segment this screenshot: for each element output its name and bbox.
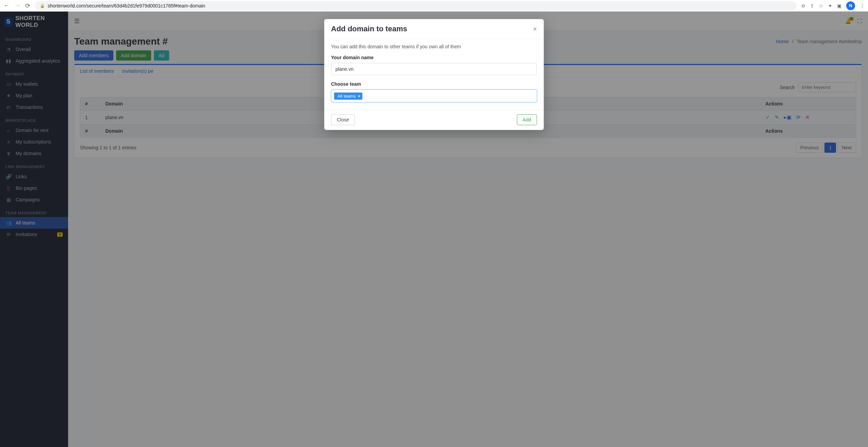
modal-title: Add domain to teams [331, 24, 407, 33]
add-domain-modal: Add domain to teams × You can add this d… [324, 19, 544, 130]
choose-team-label: Choose team [331, 81, 537, 87]
forward-icon[interactable]: → [14, 2, 20, 9]
share-icon[interactable]: ⇪ [810, 3, 814, 9]
extensions-icon[interactable]: ✦ [828, 3, 832, 9]
chip-remove-icon[interactable]: × [358, 94, 360, 99]
lock-icon: 🔒 [40, 3, 45, 8]
browser-chrome: ← → ⟳ 🔒 shortenworld.com/secure/team/63d… [0, 0, 868, 12]
choose-team-select[interactable]: All teams × [331, 89, 537, 102]
domain-name-input[interactable] [331, 63, 537, 75]
profile-avatar[interactable]: N [846, 1, 855, 10]
reload-icon[interactable]: ⟳ [25, 2, 30, 10]
kebab-icon[interactable]: ⋮ [860, 3, 865, 9]
star-icon[interactable]: ☆ [819, 3, 823, 9]
zoom-icon[interactable]: ⊖ [801, 3, 805, 9]
team-chip: All teams × [334, 93, 363, 100]
domain-name-label: Your domain name [331, 55, 537, 60]
chip-label: All teams [338, 94, 356, 99]
add-button[interactable]: Add [517, 114, 537, 125]
url-text: shortenworld.com/secure/team/63d4b2d1fe9… [48, 3, 205, 9]
close-button[interactable]: Close [331, 114, 355, 125]
back-icon[interactable]: ← [3, 2, 10, 9]
close-icon[interactable]: × [533, 26, 537, 32]
panel-icon[interactable]: ▣ [837, 3, 841, 9]
modal-description: You can add this domain to other teams i… [331, 44, 537, 49]
address-bar[interactable]: 🔒 shortenworld.com/secure/team/63d4b2d1f… [35, 1, 797, 11]
